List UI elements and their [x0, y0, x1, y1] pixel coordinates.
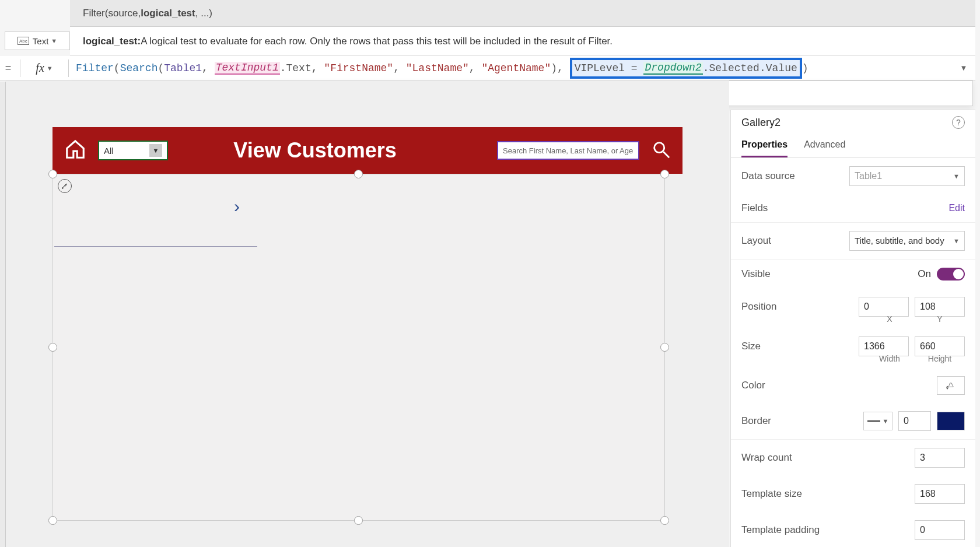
- value: 660: [920, 341, 936, 352]
- resize-handle[interactable]: [48, 343, 57, 352]
- prop-label-templatesize: Template size: [741, 488, 802, 500]
- prop-label-position: Position: [741, 301, 776, 313]
- chevron-down-icon: ▼: [47, 65, 53, 72]
- search-placeholder: Search First Name, Last Name, or Age: [503, 146, 633, 155]
- token: (: [114, 62, 120, 74]
- prop-label-size: Size: [741, 341, 761, 352]
- fx-button[interactable]: fx ▼: [24, 61, 65, 75]
- home-icon[interactable]: [64, 138, 86, 163]
- param-name: logical_test:: [83, 36, 141, 47]
- token-func: Search: [120, 62, 158, 74]
- tab-advanced[interactable]: Advanced: [804, 135, 845, 157]
- text-format-icon: Abc: [18, 37, 29, 45]
- edit-fields-link[interactable]: Edit: [949, 203, 965, 213]
- separator: [20, 59, 20, 77]
- resize-handle[interactable]: [354, 170, 363, 178]
- token: .Text: [280, 62, 312, 74]
- token: ,: [202, 62, 215, 74]
- search-input[interactable]: Search First Name, Last Name, or Age: [497, 141, 639, 160]
- templatepadding-input[interactable]: 0: [915, 520, 965, 540]
- sig-prefix: Filter(source,: [83, 8, 141, 19]
- height-input[interactable]: 660: [915, 336, 965, 356]
- token: ): [802, 62, 808, 74]
- dropdown-selected: All: [104, 146, 114, 156]
- edit-template-icon[interactable]: [58, 179, 72, 193]
- app-header: All ▼ View Customers Search First Name, …: [52, 127, 682, 174]
- token-func: Filter: [76, 62, 114, 74]
- position-y-input[interactable]: 108: [915, 297, 965, 317]
- sig-current-param: logical_test: [141, 8, 195, 19]
- equals-label: =: [0, 62, 16, 74]
- resize-handle[interactable]: [660, 343, 669, 352]
- token: VIPLevel =: [575, 62, 644, 74]
- param-desc: A logical test to evaluate for each row.…: [141, 36, 612, 47]
- width-input[interactable]: 1366: [859, 336, 909, 356]
- token: ,: [469, 62, 482, 74]
- active-argument-highlight: VIPLevel = Dropdown2.Selected.Value: [570, 58, 802, 79]
- token-string: "AgentName": [481, 62, 551, 74]
- border-style-select[interactable]: ▼: [863, 412, 892, 430]
- token: ,: [312, 62, 324, 74]
- border-color-picker[interactable]: [937, 412, 965, 430]
- prop-label-fields: Fields: [741, 202, 768, 214]
- visible-toggle[interactable]: [937, 268, 965, 280]
- expand-formula-bar[interactable]: ▼: [952, 64, 975, 72]
- gallery-template-item[interactable]: ›: [54, 177, 257, 247]
- color-picker[interactable]: [937, 376, 965, 395]
- chevron-down-icon: ▼: [953, 237, 960, 244]
- layout-select[interactable]: Title, subtitle, and body ▼: [849, 231, 965, 251]
- datasource-select[interactable]: Table1 ▼: [849, 166, 965, 186]
- prop-label-visible: Visible: [741, 268, 771, 280]
- prop-label-color: Color: [741, 380, 765, 391]
- chevron-right-icon[interactable]: ›: [234, 197, 240, 216]
- token: ): [551, 62, 557, 74]
- datasource-value: Table1: [855, 171, 882, 181]
- format-type-selector[interactable]: Abc Text ▼: [5, 31, 70, 50]
- svg-line-1: [663, 152, 669, 157]
- value: 3: [920, 453, 925, 463]
- visible-on-label: On: [918, 268, 931, 280]
- wrapcount-input[interactable]: 3: [915, 448, 965, 468]
- token-control-ref: Dropdown2: [643, 62, 702, 75]
- token-ident: Table1: [164, 62, 202, 74]
- resize-handle[interactable]: [660, 170, 669, 178]
- value: 168: [920, 489, 936, 499]
- resize-handle[interactable]: [660, 516, 669, 525]
- sig-suffix: , ...): [195, 8, 212, 19]
- token-string: "FirstName": [324, 62, 393, 74]
- svg-point-0: [654, 143, 664, 153]
- design-canvas[interactable]: All ▼ View Customers Search First Name, …: [6, 80, 729, 547]
- token: ,: [393, 62, 406, 74]
- token: ,: [557, 62, 570, 74]
- formula-bar: = fx ▼ Filter(Search(Table1, TextInput1.…: [0, 56, 975, 80]
- function-signature-hint: Filter(source, logical_test , ...): [70, 0, 975, 27]
- value: 108: [920, 301, 936, 312]
- prop-label-layout: Layout: [741, 235, 771, 247]
- value: 0: [864, 301, 869, 312]
- x-sublabel: X: [864, 314, 915, 324]
- layout-value: Title, subtitle, and body: [855, 236, 944, 246]
- value: 0: [904, 416, 909, 426]
- width-sublabel: Width: [864, 354, 915, 363]
- prop-label-wrapcount: Wrap count: [741, 452, 792, 464]
- prop-label-border: Border: [741, 415, 771, 427]
- templatesize-input[interactable]: 168: [915, 484, 965, 504]
- format-type-label: Text: [33, 36, 49, 46]
- panel-tabs: Properties Advanced: [731, 132, 975, 158]
- help-icon[interactable]: ?: [952, 116, 965, 129]
- border-width-input[interactable]: 0: [898, 411, 931, 431]
- screen-title: View Customers: [145, 138, 485, 163]
- position-x-input[interactable]: 0: [859, 297, 909, 317]
- resize-handle[interactable]: [48, 516, 57, 525]
- value: 1366: [864, 341, 885, 352]
- search-icon[interactable]: [651, 139, 671, 162]
- resize-handle[interactable]: [354, 516, 363, 525]
- left-rail: [0, 82, 6, 547]
- tab-properties[interactable]: Properties: [741, 135, 788, 157]
- properties-panel: Gallery2 ? Properties Advanced Data sour…: [730, 110, 975, 547]
- y-sublabel: Y: [915, 314, 965, 324]
- gallery-selection[interactable]: ›: [52, 174, 665, 521]
- chevron-down-icon: ▼: [953, 173, 960, 180]
- formula-input[interactable]: Filter(Search(Table1, TextInput1.Text, "…: [72, 58, 952, 79]
- prop-label-templatepadding: Template padding: [741, 524, 820, 536]
